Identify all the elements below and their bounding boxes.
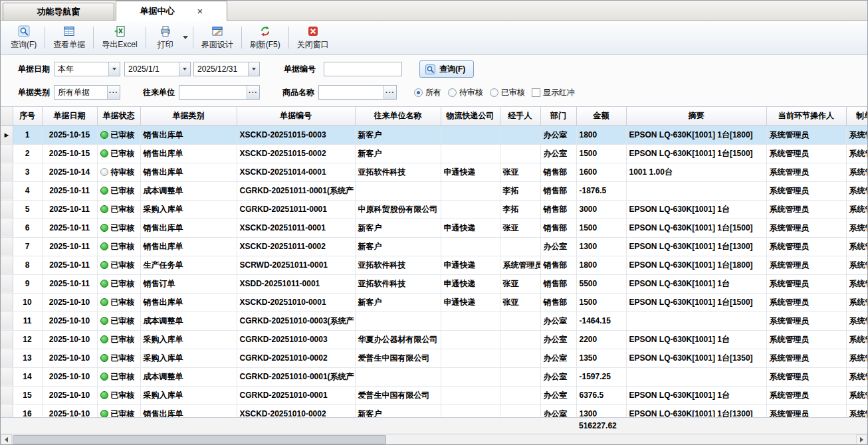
table-row[interactable]: 162025-10-10已审核销售出库单XSCKD-20251010-0002新… bbox=[1, 404, 867, 417]
checkbox-icon bbox=[532, 88, 540, 97]
column-header-dept[interactable]: 部门 bbox=[540, 107, 576, 126]
date-range-select[interactable]: 本年 bbox=[54, 62, 120, 76]
print-button[interactable]: 打印 bbox=[148, 24, 183, 52]
table-row[interactable]: 42025-10-11已审核成本调整单CGRKD-20251011-0001(系… bbox=[1, 181, 867, 200]
row-header-cell[interactable] bbox=[1, 181, 13, 200]
ellipsis-browse-icon[interactable]: ··· bbox=[107, 86, 120, 99]
partner-input[interactable]: ··· bbox=[179, 85, 260, 100]
column-header-maker[interactable]: 制单 bbox=[846, 107, 867, 126]
row-header-cell[interactable] bbox=[1, 200, 13, 219]
cell-logistics: 申通快递 bbox=[441, 219, 500, 237]
grid-body: ▶12025-10-15已审核销售出库单XSCKD-20251015-0003新… bbox=[1, 126, 867, 417]
cell-dept: 办公室 bbox=[540, 367, 576, 386]
query-button[interactable]: 查询(F) bbox=[5, 22, 43, 53]
pending-status-icon bbox=[100, 168, 108, 176]
ellipsis-browse-icon[interactable]: ··· bbox=[247, 86, 259, 99]
chevron-down-icon[interactable] bbox=[179, 62, 190, 76]
cell-category: 成本调整单 bbox=[140, 367, 237, 386]
table-row[interactable]: ▶12025-10-15已审核销售出库单XSCKD-20251015-0003新… bbox=[1, 126, 867, 144]
product-input[interactable]: ··· bbox=[318, 85, 397, 100]
row-header-cell[interactable] bbox=[1, 312, 13, 330]
scrollbar-thumb[interactable] bbox=[13, 435, 386, 444]
table-row[interactable]: 132025-10-10已审核采购入库单CGRKD-20251010-0002爱… bbox=[1, 349, 867, 367]
cell-summary: 1001 1.00台 bbox=[626, 163, 766, 181]
status-label: 已审核 bbox=[111, 148, 135, 159]
cell-doc-no: CGRKD-20251010-0001 bbox=[237, 386, 355, 404]
grid-header-row: 序号 单据日期 单据状态 单据类别 单据编号 往来单位名称 物流快递公司 经手人… bbox=[1, 107, 867, 126]
radio-all[interactable]: 所有 bbox=[414, 87, 441, 98]
radio-label: 所有 bbox=[425, 87, 441, 98]
tab-document-center[interactable]: 单据中心 × bbox=[116, 1, 227, 21]
date-to-picker[interactable]: 2025/12/31 bbox=[193, 62, 260, 76]
cell-status: 已审核 bbox=[97, 404, 140, 417]
column-header-amount[interactable]: 金额 bbox=[576, 107, 626, 126]
column-header-logistics[interactable]: 物流快递公司 bbox=[441, 107, 500, 126]
chevron-down-icon[interactable] bbox=[248, 62, 259, 76]
column-header-category[interactable]: 单据类别 bbox=[140, 107, 237, 126]
scroll-right-icon[interactable] bbox=[856, 434, 867, 445]
date-from-picker[interactable]: 2025/1/1 bbox=[124, 62, 191, 76]
radio-label: 待审核 bbox=[459, 87, 483, 98]
tab-function-nav[interactable]: 功能导航窗 bbox=[3, 3, 114, 20]
table-row[interactable]: 112025-10-10已审核成本调整单CGRKD-20251010-0003(… bbox=[1, 312, 867, 330]
column-header-handler[interactable]: 经手人 bbox=[500, 107, 540, 126]
refresh-button[interactable]: 刷新(F5) bbox=[244, 22, 286, 53]
row-header-cell[interactable] bbox=[1, 237, 13, 256]
row-header-cell[interactable] bbox=[1, 163, 13, 181]
cell-doc-no: XSCKD-20251015-0003 bbox=[237, 126, 355, 144]
cell-category: 销售出库单 bbox=[140, 126, 237, 144]
table-row[interactable]: 72025-10-11已审核销售出库单XSCKD-20251011-0002新客… bbox=[1, 237, 867, 256]
category-select[interactable]: 所有单据 ··· bbox=[54, 85, 120, 100]
column-header-status[interactable]: 单据状态 bbox=[97, 107, 140, 126]
row-header-cell[interactable] bbox=[1, 144, 13, 163]
row-header-cell[interactable] bbox=[1, 386, 13, 404]
row-header-cell[interactable] bbox=[1, 349, 13, 367]
close-window-button[interactable]: 关闭窗口 bbox=[291, 22, 335, 53]
row-header-cell[interactable] bbox=[1, 330, 13, 349]
table-row[interactable]: 62025-10-11已审核销售出库单XSCKD-20251011-0001新客… bbox=[1, 219, 867, 237]
row-header-cell[interactable] bbox=[1, 274, 13, 293]
row-header-cell[interactable] bbox=[1, 293, 13, 312]
horizontal-scrollbar[interactable] bbox=[1, 434, 867, 445]
table-row[interactable]: 22025-10-15已审核销售出库单XSCKD-20251015-0002新客… bbox=[1, 144, 867, 163]
column-header-partner[interactable]: 往来单位名称 bbox=[355, 107, 441, 126]
print-dropdown-icon[interactable] bbox=[183, 36, 188, 39]
table-row[interactable]: 92025-10-11已审核销售订单XSDD-20251011-0001亚拓软件… bbox=[1, 274, 867, 293]
radio-pending[interactable]: 待审核 bbox=[448, 87, 483, 98]
table-row[interactable]: 82025-10-11已审核生产任务单SCRWD-20251011-0001亚拓… bbox=[1, 256, 867, 274]
ui-design-button[interactable]: 界面设计 bbox=[195, 22, 239, 53]
ellipsis-browse-icon[interactable]: ··· bbox=[383, 86, 396, 99]
table-row[interactable]: 122025-10-10已审核采购入库单CGRKD-20251010-0003华… bbox=[1, 330, 867, 349]
cell-handler: 张亚 bbox=[500, 219, 540, 237]
table-row[interactable]: 52025-10-11已审核采购入库单CGRKD-20251011-0001中原… bbox=[1, 200, 867, 219]
tab-close-icon[interactable]: × bbox=[197, 6, 203, 16]
column-header-summary[interactable]: 摘要 bbox=[626, 107, 766, 126]
row-header-cell[interactable] bbox=[1, 219, 13, 237]
cell-logistics bbox=[441, 126, 500, 144]
doc-no-input[interactable] bbox=[324, 62, 402, 76]
column-header-doc-no[interactable]: 单据编号 bbox=[237, 107, 355, 126]
scroll-left-icon[interactable] bbox=[1, 434, 12, 445]
table-row[interactable]: 152025-10-10已审核采购入库单CGRKD-20251010-0001爱… bbox=[1, 386, 867, 404]
column-header-operator[interactable]: 当前环节操作人 bbox=[766, 107, 846, 126]
view-document-button[interactable]: 查看单据 bbox=[47, 22, 91, 53]
show-red-reversal-checkbox[interactable]: 显示红冲 bbox=[532, 87, 575, 98]
column-header-seq[interactable]: 序号 bbox=[13, 107, 42, 126]
row-header-cell[interactable] bbox=[1, 367, 13, 386]
radio-approved[interactable]: 已审核 bbox=[490, 87, 525, 98]
cell-maker: 系统管理员 bbox=[846, 126, 867, 144]
table-row[interactable]: 32025-10-14待审核销售出库单XSCKD-20251014-0001亚拓… bbox=[1, 163, 867, 181]
cell-seq: 13 bbox=[13, 349, 42, 367]
table-row[interactable]: 142025-10-10已审核成本调整单CGRKD-20251010-0001(… bbox=[1, 367, 867, 386]
button-label: 查看单据 bbox=[53, 39, 85, 50]
search-submit-button[interactable]: 查询(F) bbox=[419, 60, 474, 78]
table-row[interactable]: 102025-10-10已审核销售出库单XSCKD-20251010-0001新… bbox=[1, 293, 867, 312]
column-header-date[interactable]: 单据日期 bbox=[42, 107, 97, 126]
row-header-cell[interactable] bbox=[1, 256, 13, 274]
export-excel-button[interactable]: 导出Excel bbox=[96, 22, 143, 53]
current-row-indicator[interactable]: ▶ bbox=[1, 126, 13, 144]
cell-seq: 16 bbox=[13, 404, 42, 417]
cell-dept: 销售部 bbox=[540, 181, 576, 200]
chevron-down-icon[interactable] bbox=[108, 62, 120, 76]
row-header-cell[interactable] bbox=[1, 404, 13, 417]
